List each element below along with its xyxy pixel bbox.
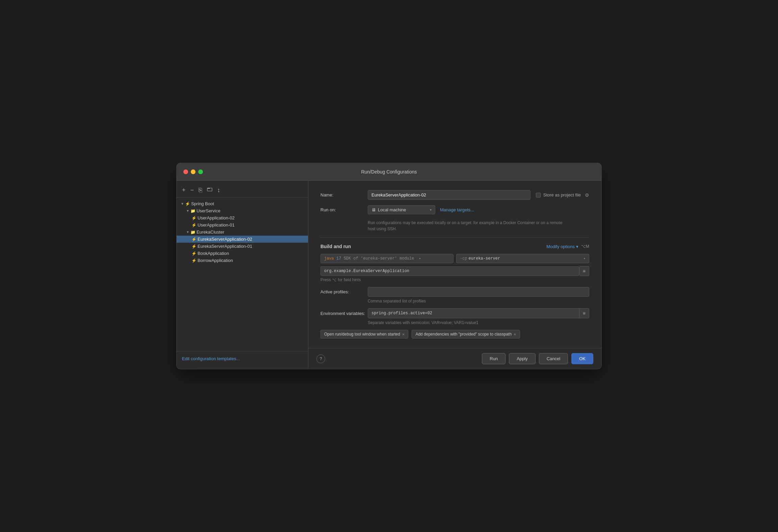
store-file-checkbox[interactable] [536,193,541,197]
computer-icon: 🖥 [371,207,376,212]
config-tree: ▼ ⚡ Spring Boot ▼ 📁 UserService ⚡ UserAp… [177,197,308,351]
window-controls [183,169,203,174]
minimize-button[interactable] [191,169,196,174]
manage-targets-link[interactable]: Manage targets... [440,207,474,212]
remove-config-button[interactable]: − [189,186,196,194]
run-on-chevron-icon: ▾ [430,208,432,212]
spring-boot-icon: ⚡ [185,202,190,206]
sort-config-button[interactable]: ↕ [216,186,222,194]
env-expand-button[interactable]: ≡ [579,309,589,318]
ok-button[interactable]: OK [571,353,593,364]
main-class-input[interactable] [320,266,579,276]
dialog-title: Run/Debug Configurations [361,169,417,175]
name-row: Name: Store as project file ⚙ [320,190,589,200]
add-dependencies-label: Add dependencies with "provided" scope t… [415,332,512,337]
user-service-folder[interactable]: ▼ 📁 UserService [177,207,308,214]
bottom-bar: ? Run Apply Cancel OK [308,348,601,369]
java-keyword: java [324,256,334,261]
env-variables-hint: Separate variables with semicolon: VAR=v… [368,320,589,325]
java-version: 17 [336,256,341,261]
title-bar: Run/Debug Configurations [177,163,601,181]
main-layout: + − ⎘ ↕ ▼ ⚡ Spring Boot ▼ [177,181,601,369]
help-icon: ? [319,356,322,361]
java-dropdown-chevron-icon: ▾ [419,257,421,261]
java-sdk-text: SDK of 'eureka-server' module [344,256,414,261]
active-profiles-label: Active profiles: [320,287,368,294]
classpath-dropdown[interactable]: -cp eureka-server ▾ [456,254,589,263]
help-button[interactable]: ? [316,354,325,363]
modify-shortcut-badge: ⌥M [581,244,589,249]
name-input[interactable] [368,190,530,200]
borrow-app-label: BorrowApplication [198,258,233,263]
add-config-button[interactable]: + [181,186,187,194]
eureka-server-01-item[interactable]: ⚡ EurekaServerApplication-01 [177,243,308,250]
cp-flag: -cp [460,256,467,261]
active-profiles-hint: Comma separated list of profiles [368,299,589,303]
run-hint-text: Run configurations may be executed local… [368,220,570,232]
open-tool-window-label: Open run/debug tool window when started [324,332,400,337]
env-input-wrap: ≡ [368,308,589,318]
store-file-label: Store as project file [543,192,581,197]
eureka-cluster-folder-icon: 📁 [190,230,196,235]
eureka-server-02-item[interactable]: ⚡ EurekaServerApplication-02 [177,236,308,243]
user-service-chevron: ▼ [186,209,189,213]
run-button[interactable]: Run [482,353,505,364]
user-service-folder-icon: 📁 [190,209,196,213]
env-variables-input[interactable] [368,309,579,318]
run-on-select: 🖥 Local machine ▾ Manage targets... [368,205,474,214]
spring-boot-label: Spring Boot [191,201,214,206]
active-profiles-row: Active profiles: [320,287,589,297]
close-button[interactable] [183,169,188,174]
run-on-row: Run on: 🖥 Local machine ▾ Manage targets… [320,205,589,214]
cp-value: eureka-server [469,256,500,261]
cancel-button[interactable]: Cancel [539,353,568,364]
book-app-icon: ⚡ [191,251,197,256]
user-app-01-item[interactable]: ⚡ UserApplication-01 [177,221,308,229]
move-to-folder-button[interactable] [206,186,214,194]
sidebar-toolbar: + − ⎘ ↕ [177,184,308,197]
sidebar: + − ⎘ ↕ ▼ ⚡ Spring Boot ▼ [177,181,308,369]
book-app-label: BookApplication [198,251,229,256]
user-app-01-label: UserApplication-01 [198,222,235,228]
sidebar-footer: Edit configuration templates... [177,351,308,366]
eureka-server-02-icon: ⚡ [191,237,197,242]
apply-button[interactable]: Apply [509,353,536,364]
spring-boot-group[interactable]: ▼ ⚡ Spring Boot [177,200,308,207]
user-app-02-icon: ⚡ [191,216,197,220]
env-variables-row: Environment variables: ≡ [320,308,589,318]
add-dependencies-remove-button[interactable]: × [514,332,516,337]
maximize-button[interactable] [198,169,203,174]
copy-config-button[interactable]: ⎘ [197,186,204,194]
gear-icon[interactable]: ⚙ [585,192,589,198]
env-variables-label: Environment variables: [320,311,368,316]
main-class-row: ≡ [320,266,589,276]
section-divider [320,237,589,238]
borrow-app-item[interactable]: ⚡ BorrowApplication [177,257,308,264]
open-tool-window-chip: Open run/debug tool window when started … [320,330,408,339]
active-profiles-input[interactable] [368,287,589,297]
eureka-cluster-label: EurekaCluster [197,230,224,235]
build-run-header: Build and run Modify options ▾ ⌥M [320,244,589,249]
user-app-02-item[interactable]: ⚡ UserApplication-02 [177,214,308,221]
add-dependencies-chip: Add dependencies with "provided" scope t… [412,330,520,339]
modify-options-button[interactable]: Modify options ▾ ⌥M [546,244,589,249]
option-chips-row: Open run/debug tool window when started … [320,330,589,339]
content-area: Name: Store as project file ⚙ Run on: 🖥 [308,181,601,369]
field-hint-text: Press ⌥ for field hints [320,277,589,282]
classpath-chevron-icon: ▾ [584,257,586,261]
edit-templates-link[interactable]: Edit configuration templates... [182,356,240,361]
main-class-expand-button[interactable]: ≡ [579,266,589,276]
eureka-server-02-label: EurekaServerApplication-02 [198,237,252,242]
action-buttons: Run Apply Cancel OK [482,353,593,364]
book-app-item[interactable]: ⚡ BookApplication [177,250,308,257]
java-sdk-dropdown[interactable]: java 17 SDK of 'eureka-server' module ▾ [320,254,453,263]
open-tool-window-remove-button[interactable]: × [402,332,405,337]
java-classpath-row: java 17 SDK of 'eureka-server' module ▾ … [320,254,589,263]
run-on-dropdown[interactable]: 🖥 Local machine ▾ [368,205,435,214]
eureka-server-01-label: EurekaServerApplication-01 [198,244,252,249]
borrow-app-icon: ⚡ [191,258,197,263]
dialog-window: Run/Debug Configurations + − ⎘ ↕ ▼ ⚡ Spr… [176,163,602,369]
user-app-01-icon: ⚡ [191,223,197,228]
store-file-row: Store as project file ⚙ [536,192,589,198]
eureka-cluster-folder[interactable]: ▼ 📁 EurekaCluster [177,229,308,236]
